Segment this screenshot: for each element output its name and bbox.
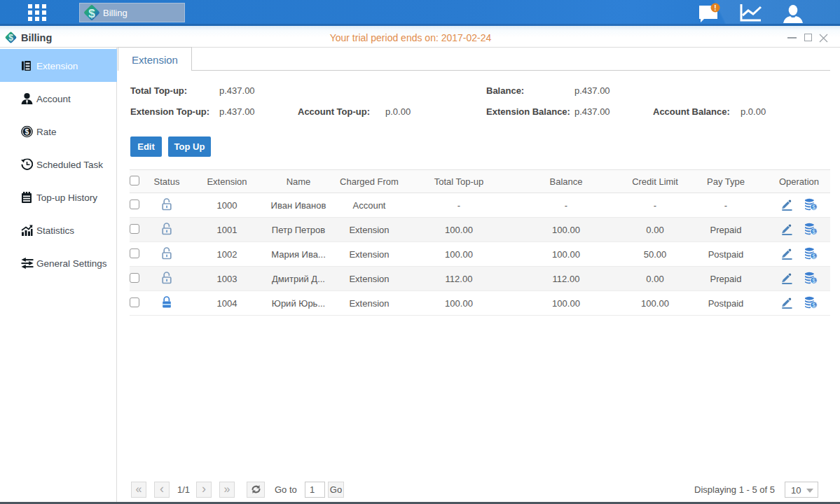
svg-text:$: $ xyxy=(812,276,815,284)
svg-text:$: $ xyxy=(812,252,815,259)
svg-text:$: $ xyxy=(812,301,815,308)
svg-text:!: ! xyxy=(714,4,716,12)
svg-text:$: $ xyxy=(812,203,815,210)
svg-text:$: $ xyxy=(25,127,29,135)
svg-text:$: $ xyxy=(88,7,95,20)
svg-text:$: $ xyxy=(812,227,815,234)
